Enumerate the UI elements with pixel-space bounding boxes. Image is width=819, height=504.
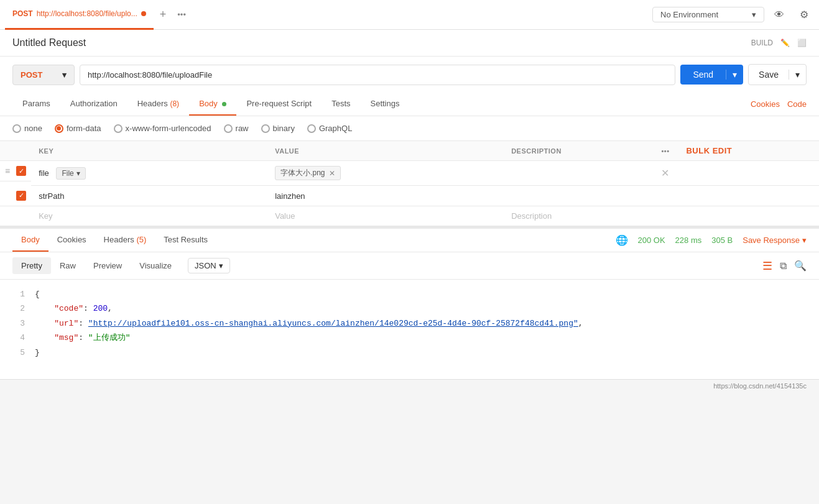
cookies-link[interactable]: Cookies: [751, 99, 780, 109]
tab-headers[interactable]: Headers (8): [127, 93, 189, 116]
response-tabs-bar: Body Cookies Headers (5) Test Results 🌐 …: [0, 229, 819, 252]
environment-label: No Environment: [660, 10, 718, 19]
save-response-button[interactable]: Save Response ▾: [743, 236, 807, 245]
row2-check-cell: ✓: [0, 186, 31, 206]
empty-value-placeholder: Value: [275, 211, 295, 221]
bulk-edit-cell: Bulk Edit: [678, 141, 819, 161]
row1-desc-cell[interactable]: [504, 161, 654, 186]
code-line-4: 4 "msg": "上传成功": [12, 331, 807, 345]
globe-icon: 🌐: [616, 234, 628, 246]
tab-params[interactable]: Params: [12, 93, 60, 116]
tab-bar: POST http://localhost:8080/file/uplo... …: [0, 0, 819, 30]
radio-inner-form-data: [57, 126, 61, 131]
save-response-chevron: ▾: [802, 236, 807, 245]
save-button[interactable]: Save ▾: [748, 64, 807, 85]
row2-key-value: strPath: [39, 191, 64, 201]
request-tabs: Params Authorization Headers (8) Body Pr…: [0, 93, 819, 116]
code-line-1: 1 {: [12, 287, 807, 301]
code-content-4: "msg": "上传成功": [35, 331, 807, 345]
url-input[interactable]: [80, 65, 675, 85]
empty-key-cell[interactable]: Key: [31, 206, 267, 226]
radio-circle-form-data: [55, 124, 63, 133]
send-dropdown-icon[interactable]: ▾: [726, 70, 743, 80]
radio-circle-binary: [261, 124, 270, 133]
code-link[interactable]: Code: [787, 99, 807, 109]
radio-form-data[interactable]: form-data: [55, 124, 101, 133]
row1-checkbox[interactable]: ✓: [16, 166, 26, 176]
radio-raw[interactable]: raw: [224, 124, 249, 133]
radio-circle-none: [12, 124, 21, 133]
save-dropdown-icon[interactable]: ▾: [789, 70, 806, 80]
row2-desc-cell[interactable]: [504, 186, 654, 206]
tab-tests[interactable]: Tests: [322, 93, 360, 116]
send-button[interactable]: Send ▾: [680, 65, 743, 85]
resp-tab-headers[interactable]: Headers (5): [95, 229, 155, 252]
row2-value-cell[interactable]: lainzhen: [267, 186, 504, 206]
empty-desc-cell[interactable]: Description: [504, 206, 654, 226]
row1-delete-icon[interactable]: ✕: [661, 168, 669, 178]
resp-tab-body[interactable]: Body: [12, 229, 49, 252]
resp-tab-cookies[interactable]: Cookies: [49, 229, 95, 252]
empty-desc-placeholder: Description: [511, 211, 552, 221]
search-icon[interactable]: 🔍: [794, 260, 807, 272]
tab-bar-right: No Environment ▾ 👁 ⚙: [652, 5, 814, 25]
empty-extra: [678, 206, 819, 226]
tab-method: POST: [12, 9, 33, 18]
radio-circle-urlencoded: [114, 124, 123, 133]
format-selector[interactable]: JSON ▾: [188, 258, 230, 273]
request-title: Untitled Request: [12, 37, 86, 48]
tab-settings[interactable]: Settings: [361, 93, 410, 116]
method-selector[interactable]: POST ▾: [12, 65, 75, 85]
radio-binary[interactable]: binary: [261, 124, 295, 133]
resp-view-raw[interactable]: Raw: [51, 257, 85, 274]
new-tab-button[interactable]: +: [154, 8, 173, 21]
tab-url: http://localhost:8080/file/uplo...: [37, 9, 137, 18]
table-row: ✓ strPath lainzhen: [0, 186, 819, 206]
status-time: 228 ms: [675, 236, 702, 245]
row1-file-type[interactable]: File ▾: [56, 167, 85, 180]
request-tab[interactable]: POST http://localhost:8080/file/uplo...: [5, 0, 154, 30]
resp-headers-badge: (5): [136, 235, 146, 244]
resp-view-preview[interactable]: Preview: [85, 257, 131, 274]
resp-view-visualize[interactable]: Visualize: [131, 257, 180, 274]
line-num-4: 4: [12, 331, 25, 345]
row1-drag-handle[interactable]: ≡: [5, 166, 10, 176]
settings-icon[interactable]: ⚙: [794, 5, 814, 25]
dots-menu-icon[interactable]: •••: [661, 147, 669, 155]
line-num-2: 2: [12, 301, 25, 316]
resp-view-pretty[interactable]: Pretty: [12, 257, 51, 274]
tab-authorization[interactable]: Authorization: [60, 93, 127, 116]
row1-remove-file-icon[interactable]: ✕: [329, 169, 335, 178]
code-content-1: {: [35, 287, 807, 301]
resp-view-right: ☰ ⧉ 🔍: [762, 259, 807, 273]
more-tabs-button[interactable]: •••: [172, 10, 191, 19]
save-template-icon[interactable]: ⬜: [797, 39, 807, 47]
row2-checkbox[interactable]: ✓: [16, 191, 26, 201]
radio-graphql[interactable]: GraphQL: [307, 124, 352, 133]
col-key-header: KEY: [31, 141, 267, 161]
empty-value-cell[interactable]: Value: [267, 206, 504, 226]
body-dot: [222, 102, 226, 106]
eye-icon[interactable]: 👁: [769, 5, 789, 25]
footer: https://blog.csdn.net/4154135c: [0, 379, 819, 392]
status-code: 200 OK: [638, 236, 665, 245]
radio-none[interactable]: none: [12, 124, 42, 133]
edit-icon[interactable]: ✏️: [780, 39, 790, 47]
resp-tab-test-results[interactable]: Test Results: [155, 229, 216, 252]
code-content-5: }: [35, 346, 807, 360]
url-bar: POST ▾ Send ▾ Save ▾: [0, 57, 819, 93]
wrap-lines-icon[interactable]: ☰: [762, 259, 772, 273]
line-num-5: 5: [12, 346, 25, 360]
radio-urlencoded[interactable]: x-www-form-urlencoded: [114, 124, 211, 133]
title-actions: BUILD ✏️ ⬜: [751, 39, 807, 47]
form-table: KEY VALUE DESCRIPTION ••• Bulk Edit: [0, 141, 819, 226]
tab-body[interactable]: Body: [189, 93, 236, 116]
empty-actions-cell: [654, 206, 678, 226]
row2-key-cell[interactable]: strPath: [31, 186, 267, 206]
response-code-area: 1 { 2 "code": 200, 3 "url": "http://uplo…: [0, 280, 819, 379]
bulk-edit-button[interactable]: Bulk Edit: [686, 146, 732, 155]
copy-icon[interactable]: ⧉: [780, 260, 787, 272]
environment-selector[interactable]: No Environment ▾: [652, 7, 764, 22]
row1-value-cell: 字体大小.png ✕: [267, 161, 504, 186]
tab-pre-request[interactable]: Pre-request Script: [236, 93, 322, 116]
